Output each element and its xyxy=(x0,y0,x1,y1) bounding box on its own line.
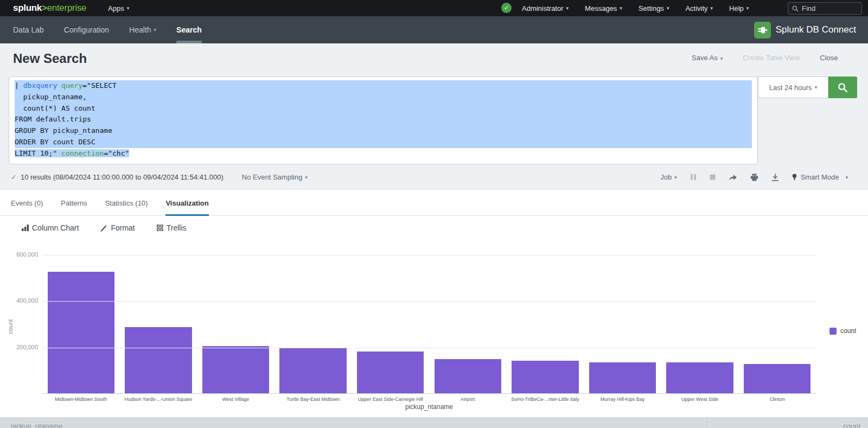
chevron-down-icon: ▾ xyxy=(154,27,157,33)
logo-enterprise: enterprise xyxy=(47,3,87,14)
search-magnifier-icon xyxy=(838,82,848,93)
tab-patterns[interactable]: Patterns xyxy=(61,190,87,216)
column-header-pickup-ntaname[interactable]: pickup_ntaname xyxy=(0,417,707,428)
y-tick-label: 200,000 xyxy=(0,344,38,350)
chevron-down-icon: ▾ xyxy=(566,5,569,11)
x-tick-label: Upper West Side xyxy=(661,397,739,402)
query-line: GROUP BY pickup_ntaname xyxy=(15,125,752,137)
bar-7[interactable] xyxy=(512,361,578,393)
menu-activity[interactable]: Activity▾ xyxy=(685,4,713,12)
smart-mode-menu[interactable]: Smart Mode ▾ xyxy=(792,173,848,181)
gridline xyxy=(42,301,816,302)
bar-10[interactable] xyxy=(744,364,810,393)
y-tick-label: 400,000 xyxy=(0,297,38,304)
chart-type-picker[interactable]: Column Chart xyxy=(22,223,79,232)
stop-icon[interactable] xyxy=(710,174,716,180)
trellis-picker[interactable]: Trellis xyxy=(157,223,187,232)
bar-8[interactable] xyxy=(589,362,656,393)
tab-events-0[interactable]: Events (0) xyxy=(11,190,43,216)
event-sampling-menu[interactable]: No Event Sampling ▾ xyxy=(242,173,308,181)
chevron-down-icon: ▾ xyxy=(305,175,308,180)
sidebar-nav-configuration[interactable]: Configuration xyxy=(64,16,109,43)
bar-3[interactable] xyxy=(202,346,269,393)
x-tick-label: Clinton xyxy=(738,397,816,402)
export-download-icon[interactable] xyxy=(771,174,779,181)
results-info: ✓ 10 results (08/04/2024 11:00:00.000 to… xyxy=(11,164,308,190)
column-header-count[interactable]: count xyxy=(707,417,868,428)
job-menu[interactable]: Job▾ xyxy=(660,173,677,181)
query-line: LIMIT 10;" connection="chc" xyxy=(15,148,752,159)
db-connect-plug-icon xyxy=(754,22,771,39)
find-input[interactable] xyxy=(802,4,858,12)
time-range-picker[interactable]: Last 24 hours ▾ xyxy=(758,76,828,98)
gridline xyxy=(42,255,816,255)
bar-2[interactable] xyxy=(125,327,192,393)
bar-band xyxy=(738,364,816,393)
x-tick-label: Upper East Side-Carnegie Hill xyxy=(352,397,429,402)
sidebar-nav-search[interactable]: Search xyxy=(176,16,202,43)
results-tabs: Events (0)PatternsStatistics (10)Visuali… xyxy=(11,190,209,216)
apps-menu-label: Apps xyxy=(108,4,124,12)
menu-help[interactable]: Help▾ xyxy=(729,4,749,12)
results-summary: 10 results (08/04/2024 11:00:00.000 to 0… xyxy=(21,173,224,181)
query-line: count(*) AS count xyxy=(15,103,752,114)
find-search-box[interactable] xyxy=(788,2,862,15)
bar-4[interactable] xyxy=(279,348,346,393)
search-query-editor[interactable]: | dbxquery query="SELECT pickup_ntaname,… xyxy=(9,76,758,164)
job-toolbar: Job▾ Smart Mode ▾ xyxy=(660,164,848,190)
save-as-button[interactable]: Save As▾ xyxy=(692,54,723,62)
app-title: Splunk DB Connect xyxy=(776,24,856,35)
bar-6[interactable] xyxy=(435,359,501,393)
chevron-down-icon: ▾ xyxy=(746,5,749,11)
logo-splunk: splunk xyxy=(13,3,42,14)
bars-container xyxy=(42,255,816,393)
chevron-down-icon: ▾ xyxy=(667,5,669,11)
run-search-button[interactable] xyxy=(828,76,857,98)
tab-visualization[interactable]: Visualization xyxy=(165,190,208,216)
y-axis-title: count xyxy=(7,318,14,335)
sidebar-nav-data-lab[interactable]: Data Lab xyxy=(13,16,44,43)
bar-band xyxy=(42,272,120,393)
trellis-grid-icon xyxy=(157,225,163,231)
tab-statistics-10[interactable]: Statistics (10) xyxy=(105,190,148,216)
health-status-check-icon[interactable]: ✓ xyxy=(501,3,512,13)
top-bar: splunk>enterprise Apps ▾ ✓ Administrator… xyxy=(0,0,868,16)
menu-messages[interactable]: Messages▾ xyxy=(585,4,622,12)
x-tick-label: West Village xyxy=(197,397,275,402)
bar-1[interactable] xyxy=(48,272,114,393)
format-picker[interactable]: Format xyxy=(100,223,135,232)
share-icon[interactable] xyxy=(729,174,737,181)
gridline xyxy=(42,348,816,348)
bar-9[interactable] xyxy=(666,362,733,393)
x-tick-label: Hudson Yards-...-Union Square xyxy=(120,397,197,402)
chevron-down-icon: ▾ xyxy=(815,85,818,90)
app-title-block[interactable]: Splunk DB Connect xyxy=(754,16,856,43)
chevron-down-icon: ▾ xyxy=(674,175,677,180)
bar-band xyxy=(275,348,352,393)
print-icon[interactable] xyxy=(750,174,758,181)
sidebar-nav-health[interactable]: Health▾ xyxy=(129,16,156,43)
bar-band xyxy=(429,359,507,393)
query-line: pickup_ntaname, xyxy=(15,92,752,103)
query-line: | dbxquery query="SELECT xyxy=(15,80,752,92)
menu-administrator[interactable]: Administrator▾ xyxy=(522,4,569,12)
page-title: New Search xyxy=(13,51,87,66)
statistics-table-header: pickup_ntaname count xyxy=(0,417,868,428)
lightbulb-icon xyxy=(792,174,797,181)
x-tick-label: Airport xyxy=(429,397,507,402)
create-table-view-button[interactable]: Create Table View xyxy=(743,54,800,62)
bar-band xyxy=(661,362,739,393)
chevron-down-icon: ▾ xyxy=(720,56,723,61)
splunk-logo[interactable]: splunk>enterprise xyxy=(13,0,86,16)
query-line: FROM default.trips xyxy=(15,114,752,125)
legend-item-count[interactable]: count xyxy=(829,327,856,335)
menu-settings[interactable]: Settings▾ xyxy=(639,4,669,12)
pause-icon[interactable] xyxy=(690,174,697,181)
query-line: ORDER BY count DESC xyxy=(15,137,752,148)
column-chart-icon xyxy=(22,225,29,231)
x-axis-title: pickup_ntaname xyxy=(42,403,816,411)
bar-5[interactable] xyxy=(357,352,424,393)
apps-menu[interactable]: Apps ▾ xyxy=(108,0,129,16)
chevron-down-icon: ▾ xyxy=(620,5,622,11)
close-button[interactable]: Close xyxy=(820,54,838,62)
